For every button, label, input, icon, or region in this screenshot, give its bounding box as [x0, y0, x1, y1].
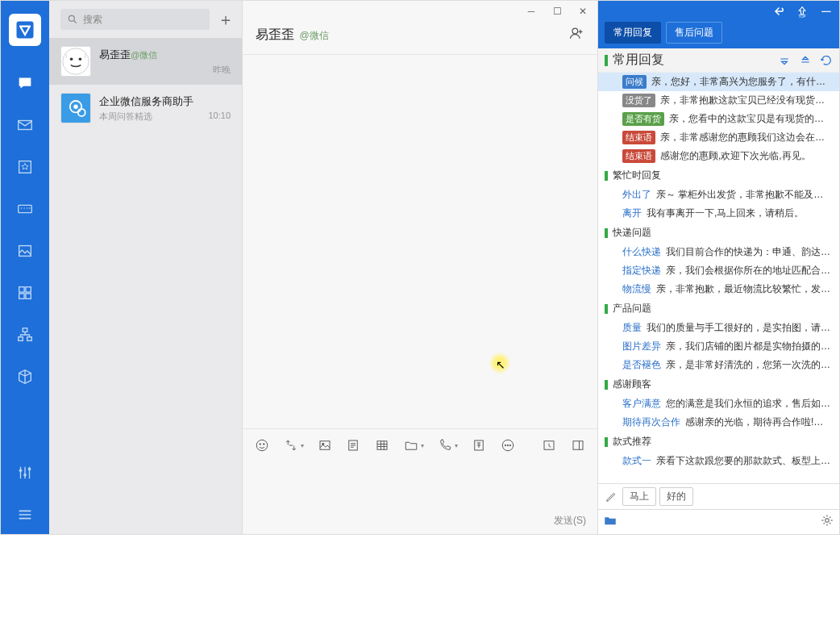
sidebar-toggle-icon[interactable] — [570, 437, 586, 453]
reply-item[interactable]: 质量我们的质量与手工很好的，是实拍图，请… — [598, 319, 839, 337]
search-icon — [67, 14, 78, 25]
image-icon[interactable] — [317, 437, 333, 453]
chat-input[interactable]: 发送(S) — [243, 461, 597, 534]
close-button[interactable]: ✕ — [573, 3, 593, 19]
reply-item[interactable]: 问候亲，您好，非常高兴为您服务了，有什么… — [598, 73, 839, 91]
reply-link: 客户满意 — [622, 397, 661, 411]
minimize-button[interactable]: ─ — [522, 3, 541, 19]
svg-point-28 — [260, 444, 261, 445]
reply-item[interactable]: 图片差异亲，我们店铺的图片都是实物拍摄的… — [598, 337, 839, 356]
svg-point-22 — [79, 58, 82, 61]
reply-text: 亲～ 掌柜外出发货，非常抱歉不能及时… — [656, 188, 833, 202]
reply-item[interactable]: 什么快递我们目前合作的快递为：申通、韵达… — [598, 243, 839, 261]
screenshot-button[interactable]: ▾ — [283, 437, 304, 453]
reply-text: 亲，我们店铺的图片都是实物拍摄的… — [666, 340, 830, 353]
refresh-icon[interactable] — [820, 54, 833, 67]
logo-icon — [13, 18, 37, 42]
add-member-icon[interactable] — [568, 25, 584, 44]
chip[interactable]: 好的 — [659, 487, 693, 506]
reply-text: 我有事离开一下,马上回来，请稍后。 — [647, 207, 804, 220]
avatar — [60, 46, 91, 77]
contact-name: 易歪歪 — [99, 48, 131, 61]
svg-point-20 — [63, 48, 89, 74]
nav-keyboard-icon[interactable] — [12, 196, 38, 222]
svg-point-21 — [70, 58, 73, 61]
reply-text: 感谢亲的光临，期待再合作啦!，… — [685, 415, 833, 429]
note-icon[interactable] — [346, 437, 362, 453]
call-button[interactable]: ▾ — [437, 437, 458, 453]
svg-text:TOP: TOP — [798, 15, 805, 19]
svg-rect-3 — [19, 205, 32, 212]
contact-item[interactable]: 易歪歪@微信 昨晚 — [49, 38, 242, 85]
search-input[interactable]: 搜索 — [60, 9, 210, 30]
folder-icon[interactable] — [603, 513, 618, 531]
maximize-button[interactable]: ☐ — [547, 3, 567, 19]
more-icon[interactable] — [500, 437, 516, 453]
svg-rect-12 — [26, 294, 31, 298]
nav-star-icon[interactable] — [12, 154, 38, 180]
reply-item[interactable]: 指定快递亲，我们会根据你所在的地址匹配合… — [598, 261, 839, 280]
reply-text: 亲，您好，非常高兴为您服务了，有什么… — [651, 75, 833, 89]
panel-footer — [598, 509, 839, 534]
history-icon[interactable] — [542, 437, 558, 453]
svg-rect-9 — [19, 287, 24, 292]
reply-item[interactable]: 离开我有事离开一下,马上回来，请稍后。 — [598, 204, 839, 223]
nav-menu-icon[interactable] — [12, 502, 38, 528]
reply-item[interactable]: 结束语感谢您的惠顾,欢迎下次光临,再见。 — [598, 147, 839, 165]
svg-point-16 — [19, 469, 23, 472]
window-controls: ─ ☐ ✕ — [243, 1, 597, 22]
edit-icon[interactable] — [603, 489, 619, 505]
table-icon[interactable] — [374, 437, 390, 453]
reply-text: 您的满意是我们永恒的追求，售后如… — [666, 397, 830, 411]
add-button[interactable]: ＋ — [218, 11, 234, 27]
reply-item[interactable]: 是否有货亲，您看中的这款宝贝是有现货的呢… — [598, 110, 839, 128]
group-header[interactable]: 产品问题 — [598, 298, 839, 319]
reply-list[interactable]: 问候亲，您好，非常高兴为您服务了，有什么…没货了亲，非常抱歉这款宝贝已经没有现货… — [598, 73, 839, 483]
category-name: 常用回复 — [613, 52, 664, 69]
svg-point-25 — [73, 105, 77, 109]
contact-item[interactable]: 企业微信服务商助手 本周问答精选10:10 — [49, 85, 242, 131]
reply-item[interactable]: 物流慢亲，非常抱歉，最近物流比较繁忙，发… — [598, 280, 839, 298]
quick-chips-row: 马上 好的 — [598, 483, 839, 509]
nav-sliders-icon[interactable] — [12, 460, 38, 486]
nav-image-icon[interactable] — [12, 238, 38, 264]
emoji-icon[interactable] — [254, 437, 270, 453]
reply-item[interactable]: 客户满意您的满意是我们永恒的追求，售后如… — [598, 394, 839, 413]
top-icon[interactable]: TOP — [794, 3, 810, 19]
svg-rect-10 — [26, 287, 31, 292]
nav-mail-icon[interactable] — [12, 112, 38, 138]
tab-aftersale[interactable]: 售后问题 — [666, 22, 722, 44]
reply-tag: 是否有货 — [622, 112, 664, 126]
nav-chat-icon[interactable] — [12, 70, 38, 96]
tab-common-reply[interactable]: 常用回复 — [605, 22, 661, 44]
folder-button[interactable]: ▾ — [403, 437, 424, 453]
chip[interactable]: 马上 — [622, 487, 656, 506]
reply-item[interactable]: 期待再次合作感谢亲的光临，期待再合作啦!，… — [598, 413, 839, 432]
nav-grid-icon[interactable] — [12, 280, 38, 306]
expand-down-icon[interactable] — [799, 54, 812, 67]
category-header[interactable]: 常用回复 — [598, 48, 839, 73]
send-button[interactable]: 发送(S) — [554, 515, 586, 526]
reply-item[interactable]: 没货了亲，非常抱歉这款宝贝已经没有现货了… — [598, 91, 839, 110]
svg-rect-1 — [19, 121, 32, 130]
group-header[interactable]: 快递问题 — [598, 223, 839, 243]
redpacket-icon[interactable] — [471, 437, 487, 453]
nav-org-icon[interactable] — [12, 322, 38, 348]
reply-item[interactable]: 结束语亲，非常感谢您的惠顾我们这边会在第… — [598, 128, 839, 147]
reply-item[interactable]: 是否褪色亲，是非常好清洗的，您第一次洗的… — [598, 356, 839, 374]
contact-tag: @微信 — [131, 50, 157, 60]
collapse-up-icon[interactable] — [778, 54, 791, 67]
reply-item[interactable]: 外出了亲～ 掌柜外出发货，非常抱歉不能及时… — [598, 186, 839, 204]
gear-icon[interactable] — [820, 513, 834, 531]
back-icon[interactable] — [770, 3, 786, 19]
group-header[interactable]: 款式推荐 — [598, 432, 839, 452]
reply-item[interactable]: 款式一亲看下这款跟您要的那款款式、板型上… — [598, 452, 839, 470]
group-header[interactable]: 繁忙时回复 — [598, 165, 839, 186]
nav-cube-icon[interactable] — [12, 364, 38, 390]
reply-tag: 结束语 — [622, 131, 655, 144]
reply-text: 亲，非常抱歉，最近物流比较繁忙，发… — [656, 282, 830, 296]
group-header[interactable]: 感谢顾客 — [598, 374, 839, 394]
panel-minimize-button[interactable]: ─ — [818, 3, 834, 19]
cursor-arrow-icon: ↖ — [496, 358, 505, 371]
nav-sidebar — [1, 1, 49, 534]
